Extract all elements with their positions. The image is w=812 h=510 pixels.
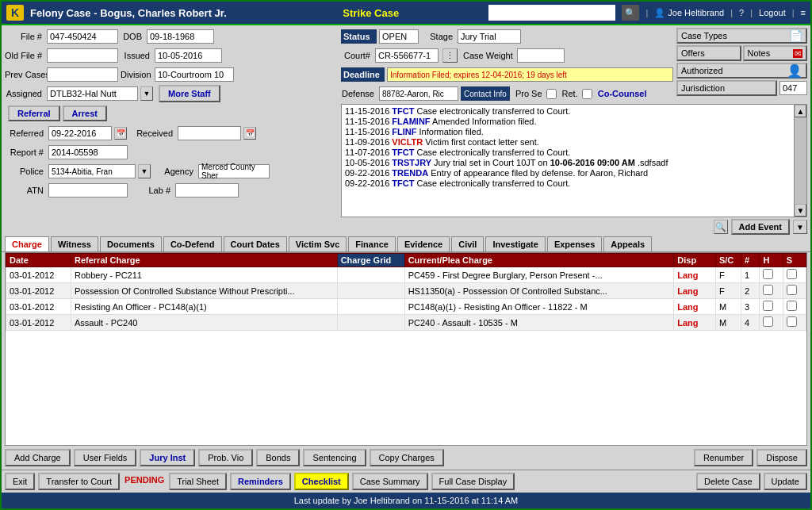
search-input[interactable]	[488, 5, 615, 21]
scroll-down-button[interactable]: ▼	[795, 204, 806, 217]
co-counsel-button[interactable]: Co-Counsel	[598, 89, 647, 98]
pro-se-checkbox[interactable]	[546, 89, 557, 99]
events-expand-button[interactable]: ▼	[793, 220, 807, 234]
help-button[interactable]: ?	[739, 8, 744, 17]
sentencing-button[interactable]: Sentencing	[303, 449, 366, 466]
h-checkbox[interactable]	[763, 285, 773, 295]
tab-appeals[interactable]: Appeals	[603, 236, 652, 251]
s-checkbox[interactable]	[787, 269, 797, 279]
prev-cases-label: Prev Cases	[5, 70, 44, 79]
search-button[interactable]: 🔍	[622, 5, 639, 21]
referred-calendar-button[interactable]: 📅	[114, 127, 127, 140]
disp-value[interactable]: Lang	[674, 267, 716, 283]
event-code[interactable]: FLINF	[392, 127, 416, 136]
event-code[interactable]: TFCT	[392, 106, 414, 116]
renumber-button[interactable]: Renumber	[694, 449, 753, 466]
event-code[interactable]: VICLTR	[392, 137, 423, 147]
event-line: 11-07-2016 TFCT Case electronically tran…	[345, 148, 791, 157]
charge-table-row[interactable]: 03-01-2012 Resisting An Officer - PC148(…	[6, 299, 806, 315]
disp-value[interactable]: Lang	[674, 299, 716, 315]
tab-civil[interactable]: Civil	[451, 236, 484, 251]
case-types-button[interactable]: Case Types 📄	[676, 28, 807, 44]
event-code[interactable]: FLAMINF	[392, 117, 430, 126]
tab-evidence[interactable]: Evidence	[397, 236, 450, 251]
referral-fields: Referred 09-22-2016 📅 Received 📅 Report …	[5, 123, 338, 235]
issued-label: Issued	[121, 51, 152, 60]
col-referral-charge: Referral Charge	[71, 254, 337, 267]
tab-charge[interactable]: Charge	[5, 236, 49, 251]
add-charge-button[interactable]: Add Charge	[5, 449, 71, 466]
police-dropdown[interactable]: ▼	[138, 164, 151, 178]
court-detail-button[interactable]: ⋮	[442, 48, 458, 63]
contact-info-button[interactable]: Contact Info	[461, 86, 510, 101]
event-search-button[interactable]: 🔍	[714, 220, 728, 234]
update-button[interactable]: Update	[764, 473, 807, 490]
tab-co-defend[interactable]: Co-Defend	[163, 236, 222, 251]
old-file-label: Old File #	[5, 51, 44, 60]
authorized-button[interactable]: Authorized 👤	[676, 63, 807, 79]
dob-label: DOB	[121, 32, 144, 41]
prob-vio-button[interactable]: Prob. Vio	[198, 449, 253, 466]
event-code[interactable]: TRENDA	[392, 168, 428, 178]
tab-documents[interactable]: Documents	[100, 236, 162, 251]
case-summary-button[interactable]: Case Summary	[352, 473, 428, 490]
events-scrollbar[interactable]: ▲ ▼	[794, 105, 806, 217]
ret-checkbox[interactable]	[582, 89, 592, 99]
bonds-button[interactable]: Bonds	[256, 449, 300, 466]
jury-inst-button[interactable]: Jury Inst	[140, 449, 195, 466]
s-checkbox[interactable]	[787, 316, 797, 327]
charge-table-row[interactable]: 03-01-2012 Possession Of Controlled Subs…	[6, 283, 806, 299]
status-label[interactable]: Status	[341, 29, 377, 44]
trial-sheet-button[interactable]: Trial Sheet	[169, 473, 227, 490]
event-code[interactable]: TFCT	[392, 148, 414, 157]
charge-table-row[interactable]: 03-01-2012 Robbery - PC211 PC459 - First…	[6, 267, 806, 283]
s-checkbox[interactable]	[787, 285, 797, 295]
disp-value[interactable]: Lang	[674, 283, 716, 299]
case-type-label: Strike Case	[259, 7, 482, 19]
tab-investigate[interactable]: Investigate	[485, 236, 545, 251]
tab-witness[interactable]: Witness	[51, 236, 98, 251]
event-code[interactable]: TRSTJRY	[392, 158, 431, 167]
scroll-up-button[interactable]: ▲	[795, 105, 806, 117]
notes-button[interactable]: Notes ✉	[743, 45, 808, 61]
charge-table-area: Date Referral Charge Charge Grid Current…	[5, 252, 807, 446]
event-line: 09-22-2016 TFCT Case electronically tran…	[345, 178, 791, 188]
transfer-court-button[interactable]: Transfer to Court	[38, 473, 120, 490]
dispose-button[interactable]: Dispose	[756, 449, 807, 466]
h-checkbox[interactable]	[763, 316, 773, 327]
full-case-display-button[interactable]: Full Case Display	[431, 473, 515, 490]
tab-court-dates[interactable]: Court Dates	[224, 236, 287, 251]
charge-table-row[interactable]: 03-01-2012 Assault - PC240 PC240 - Assau…	[6, 315, 806, 331]
events-log: 11-15-2016 TFCT Case electronically tran…	[341, 104, 807, 217]
received-calendar-button[interactable]: 📅	[243, 127, 256, 140]
tab-finance[interactable]: Finance	[348, 236, 396, 251]
case-title: Felony Case - Bogus, Charles Robert Jr.	[30, 7, 253, 19]
disp-value[interactable]: Lang	[674, 315, 716, 331]
offers-button[interactable]: Offers	[676, 45, 741, 61]
tab-expenses[interactable]: Expenses	[547, 236, 602, 251]
s-checkbox[interactable]	[787, 301, 797, 311]
h-checkbox[interactable]	[763, 301, 773, 311]
pro-se-label: Pro Se	[515, 89, 542, 98]
checklist-button[interactable]: Checklist	[294, 473, 349, 490]
old-file-value	[47, 48, 118, 63]
more-staff-button[interactable]: More Staff	[159, 85, 220, 102]
arrest-tab[interactable]: Arrest	[63, 105, 107, 121]
col-charge-grid[interactable]: Charge Grid	[337, 254, 404, 267]
referral-tab[interactable]: Referral	[8, 105, 60, 121]
tab-victim-svc[interactable]: Victim Svc	[289, 236, 347, 251]
user-fields-button[interactable]: User Fields	[74, 449, 137, 466]
jurisdiction-button[interactable]: Jurisdiction	[676, 80, 777, 96]
exit-button[interactable]: Exit	[5, 473, 35, 490]
h-checkbox[interactable]	[763, 269, 773, 279]
assigned-dropdown[interactable]: ▼	[140, 86, 153, 101]
logout-button[interactable]: Logout	[759, 8, 786, 17]
deadline-label[interactable]: Deadline	[341, 67, 385, 82]
add-event-button[interactable]: Add Event	[731, 219, 790, 235]
delete-case-button[interactable]: Delete Case	[696, 473, 760, 490]
event-code[interactable]: TFCT	[392, 178, 414, 188]
event-line: 11-09-2016 VICLTR Victim first contact l…	[345, 137, 791, 147]
copy-charges-button[interactable]: Copy Charges	[370, 449, 444, 466]
status-text: Last update by Joe Heltibrand on 11-15-2…	[294, 496, 519, 505]
reminders-button[interactable]: Reminders	[230, 473, 291, 490]
